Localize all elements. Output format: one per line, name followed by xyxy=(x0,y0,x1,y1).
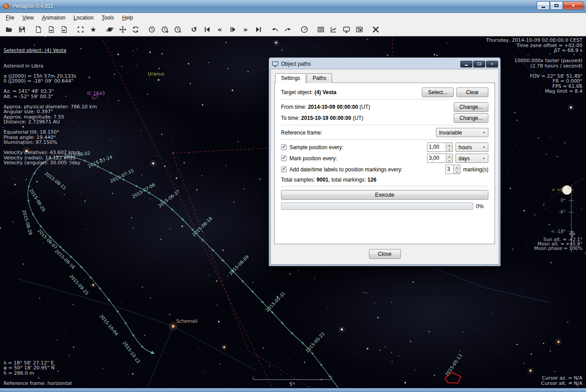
tab-paths[interactable]: Paths xyxy=(307,73,332,83)
maximize-button[interactable] xyxy=(550,1,563,10)
totals-prefix: Total samples: xyxy=(281,177,315,183)
execute-button[interactable]: Execute xyxy=(281,190,488,200)
favorites-star-icon[interactable]: ★ xyxy=(88,24,99,35)
dialog-title: Object paths xyxy=(281,61,311,67)
open-file-icon[interactable] xyxy=(4,24,14,35)
to-time-suffix: (UT) xyxy=(352,115,363,121)
path-date-label: 2015-10-04 xyxy=(99,313,119,337)
mark-interval-spinbox[interactable]: 3,00 ▲▼ xyxy=(427,154,453,163)
planet-saturn-icon[interactable] xyxy=(104,24,115,35)
select-button[interactable]: Select... xyxy=(422,87,454,97)
altitude-tick-label: 0° xyxy=(561,198,566,203)
path-date-label: 2015-10-13 xyxy=(122,341,141,364)
menu-help[interactable]: Help xyxy=(118,13,137,23)
dialog-close-button[interactable]: × xyxy=(486,61,498,67)
date-labels-spinbox[interactable]: 3 ▲▼ xyxy=(445,165,460,174)
app-icon xyxy=(3,3,10,10)
spin-up-icon[interactable]: ▲ xyxy=(446,154,452,158)
sample-interval-value: 1,00 xyxy=(428,143,446,151)
spin-up-icon[interactable]: ▲ xyxy=(446,143,452,147)
reference-frame-value: Invariable xyxy=(439,130,462,136)
dialog-minimize-button[interactable] xyxy=(460,61,472,67)
altitude-tick-label: < -18° xyxy=(551,229,566,234)
reference-frame-select[interactable]: Invariable ▼ xyxy=(436,128,488,137)
path-date-label: 2015-09-25 xyxy=(69,273,90,296)
date-labels-value: 3 xyxy=(446,165,453,174)
menu-animation[interactable]: Animation xyxy=(38,13,69,23)
skip-to-start-icon[interactable] xyxy=(202,24,212,35)
display-icon[interactable] xyxy=(341,24,352,35)
to-time-label: To time: xyxy=(281,115,300,121)
clear-button[interactable]: Clear xyxy=(456,87,488,97)
path-date-label: 2015-05-31 xyxy=(265,291,286,313)
progress-row: 0% xyxy=(281,201,488,212)
path-date-label: 2015-08-29 xyxy=(21,210,33,236)
import-document-icon[interactable] xyxy=(46,24,56,35)
totals-markings: 126 xyxy=(368,177,376,183)
mark-unit-select[interactable]: days ▼ xyxy=(455,154,488,163)
tab-settings[interactable]: Settings xyxy=(275,73,306,83)
close-button[interactable]: × xyxy=(563,1,583,10)
sample-label: Sample position every: xyxy=(289,144,343,150)
pan-move-icon[interactable] xyxy=(117,24,128,35)
delete-x-icon[interactable] xyxy=(370,24,381,35)
step-forward-icon[interactable] xyxy=(227,24,238,35)
fullscreen-icon[interactable] xyxy=(75,24,86,35)
prev-event-flag-icon[interactable] xyxy=(269,24,280,35)
reset-time-icon[interactable]: ↺ xyxy=(189,24,199,35)
minimize-button[interactable] xyxy=(537,1,550,10)
compass-icon[interactable] xyxy=(299,24,309,35)
sky-viewport[interactable]: 2015-05-132015-05-222015-05-312015-06-09… xyxy=(0,36,586,388)
spin-down-icon[interactable]: ▼ xyxy=(454,170,460,174)
export-document-icon[interactable] xyxy=(59,24,69,35)
from-time-suffix: (UT) xyxy=(360,104,370,110)
clock-icon[interactable] xyxy=(146,24,157,35)
sample-position-row: Sample position every: 1,00 ▲▼ hours ▼ xyxy=(281,142,488,153)
title-bar[interactable]: Periapsis 0.4.811 × xyxy=(0,0,586,13)
save-file-icon[interactable] xyxy=(16,24,27,35)
totals-samples: 9001 xyxy=(317,177,329,183)
target-object-label: Target object: xyxy=(281,89,313,95)
table-settings-icon[interactable] xyxy=(354,24,364,35)
chart-icon[interactable] xyxy=(328,24,339,35)
minimize-icon xyxy=(465,65,468,66)
fov-scale-bar: 5° xyxy=(253,376,332,387)
fast-forward-icon[interactable]: » xyxy=(240,24,251,35)
orbit-refresh-icon[interactable] xyxy=(130,24,141,35)
spin-up-icon[interactable]: ▲ xyxy=(454,165,460,170)
new-document-icon[interactable] xyxy=(33,24,44,35)
from-time-label: From time: xyxy=(281,104,306,110)
spin-down-icon[interactable]: ▼ xyxy=(446,147,452,151)
change-to-button[interactable]: Change... xyxy=(454,113,488,123)
maximize-icon xyxy=(554,4,558,7)
mark-checkbox[interactable] xyxy=(281,155,287,161)
target-object-row: Target object: (4) Vesta Select... Clear xyxy=(281,87,488,98)
menu-tools[interactable]: Tools xyxy=(98,13,118,23)
sample-interval-spinbox[interactable]: 1,00 ▲▼ xyxy=(427,143,453,152)
moon-icon xyxy=(562,186,572,195)
window-title: Periapsis 0.4.811 xyxy=(12,3,53,9)
date-labels-checkbox[interactable] xyxy=(281,166,287,172)
next-event-flag-icon[interactable] xyxy=(282,24,293,35)
dialog-maximize-button[interactable] xyxy=(473,61,485,67)
date-labels-suffix: marking(s) xyxy=(463,166,488,173)
menu-view[interactable]: View xyxy=(18,13,38,23)
minimize-icon xyxy=(542,7,545,8)
sample-unit-select[interactable]: hours ▼ xyxy=(455,143,488,152)
clock-add-icon[interactable] xyxy=(159,24,170,35)
from-time-row: From time: 2014-10-09 00:00:00 (UT) Chan… xyxy=(281,101,488,112)
close-dialog-button[interactable]: Close xyxy=(369,249,401,259)
target-object-value: (4) Vesta xyxy=(314,89,336,95)
data-table-icon[interactable] xyxy=(315,24,326,35)
toolbar: ★↺«» xyxy=(0,23,586,36)
skip-to-end-icon[interactable] xyxy=(253,24,264,35)
chevron-down-icon: ▼ xyxy=(480,157,488,160)
dialog-title-bar[interactable]: Object paths × xyxy=(270,59,499,69)
menu-file[interactable]: File xyxy=(2,13,18,23)
spin-down-icon[interactable]: ▼ xyxy=(446,158,452,162)
rewind-icon[interactable]: « xyxy=(214,24,225,35)
clock-remove-icon[interactable] xyxy=(172,24,183,35)
change-from-button[interactable]: Change... xyxy=(454,102,488,112)
sample-checkbox[interactable] xyxy=(281,144,287,150)
menu-location[interactable]: Location xyxy=(70,13,98,23)
